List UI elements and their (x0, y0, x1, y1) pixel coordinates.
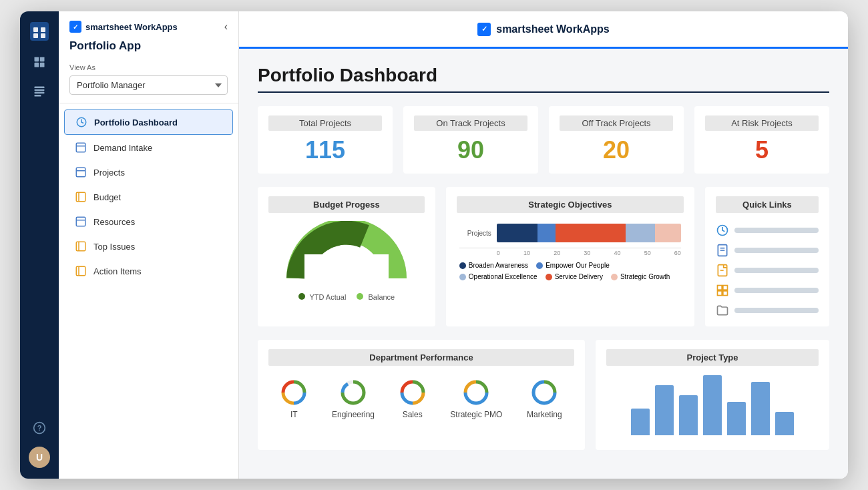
stat-label-on-track: On Track Projects (414, 115, 527, 131)
proj-bar-1 (655, 385, 674, 435)
legend-label-service: Service Delivery (555, 273, 603, 280)
sidebar-item-portfolio-dashboard[interactable]: Portfolio Dashboard (64, 109, 233, 135)
ql-bar-4 (734, 308, 819, 313)
dept-label-sales: Sales (403, 410, 423, 419)
quick-link-4[interactable] (716, 304, 819, 317)
quick-link-3[interactable] (716, 284, 819, 297)
bar-row-projects: Projects (459, 224, 681, 242)
svg-rect-38 (723, 291, 728, 296)
doc-icon (716, 244, 729, 257)
sidebar-rail: ? U (20, 11, 59, 479)
legend-operational: Operational Excellence (459, 273, 537, 280)
sidebar-item-projects[interactable]: Projects (64, 160, 233, 184)
rail-sheets-icon[interactable] (31, 83, 47, 99)
user-avatar[interactable]: U (29, 447, 50, 468)
legend-dot-strategic-growth (611, 274, 618, 280)
project-type-title: Project Type (606, 349, 819, 366)
nav-label-demand-intake: Demand Intake (93, 143, 152, 153)
svg-rect-6 (40, 57, 45, 62)
sidebar-nav: Portfolio Dashboard Demand Intake Projec… (59, 103, 238, 479)
gauge-legend: YTD Actual Balance (298, 293, 395, 301)
axis-labels: 0 10 20 30 40 50 60 (497, 250, 681, 256)
ql-bar-1 (734, 248, 819, 253)
sidebar-panel: ✓ smartsheet WorkApps ‹ Portfolio App Vi… (59, 11, 239, 479)
legend-dot-broaden (459, 262, 466, 269)
nav-label-budget: Budget (93, 192, 121, 202)
gauge-balance-legend: Balance (357, 293, 395, 301)
topbar-ss-icon: ✓ (477, 23, 491, 36)
dept-performance-title: Department Performance (268, 349, 574, 366)
balance-dot (357, 293, 363, 300)
nav-label-projects: Projects (93, 168, 125, 178)
legend-empower: Empower Our People (536, 262, 610, 269)
sidebar-collapse-button[interactable]: ‹ (224, 21, 228, 33)
view-as-select[interactable]: Portfolio Manager (69, 75, 228, 95)
svg-rect-26 (76, 266, 85, 276)
stat-value-off-track: 20 (560, 136, 673, 164)
rail-logo-icon (30, 22, 49, 41)
title-underline (258, 91, 829, 93)
legend-label-strategic-growth: Strategic Growth (620, 273, 670, 280)
sidebar-item-budget[interactable]: Budget (64, 185, 233, 209)
svg-rect-22 (76, 217, 85, 226)
dept-item-marketing: Marketing (527, 379, 562, 419)
charts-row: Budget Progess (258, 187, 829, 326)
svg-rect-9 (35, 87, 45, 89)
legend-label-broaden: Broaden Awareness (469, 262, 528, 269)
svg-rect-8 (40, 63, 45, 67)
nav-label-top-issues: Top Issues (93, 242, 135, 252)
sales-chart-icon (399, 379, 426, 406)
svg-rect-5 (35, 57, 39, 62)
svg-rect-36 (723, 286, 728, 290)
svg-text:?: ? (37, 424, 42, 432)
quick-link-2[interactable] (716, 264, 819, 277)
svg-rect-18 (76, 168, 85, 177)
sidebar-item-demand-intake[interactable]: Demand Intake (64, 136, 233, 160)
dept-icons-row: IT Engineering (268, 374, 574, 425)
bar-row-label: Projects (459, 230, 491, 237)
rail-apps-icon[interactable] (31, 54, 47, 70)
svg-rect-2 (41, 27, 45, 32)
strategic-pmo-chart-icon (463, 379, 489, 406)
sidebar-brand: ✓ smartsheet WorkApps ‹ (69, 21, 228, 33)
dept-performance-card: Department Performance IT (258, 340, 585, 450)
dept-label-engineering: Engineering (332, 410, 375, 419)
bar-empower (537, 224, 556, 242)
legend-service: Service Delivery (546, 273, 603, 280)
dept-label-strategic-pmo: Strategic PMO (450, 410, 502, 419)
proj-bar-0 (631, 409, 650, 435)
legend-strategic-growth: Strategic Growth (611, 273, 670, 280)
bottom-row: Department Performance IT (258, 340, 829, 450)
svg-rect-28 (304, 254, 389, 284)
sidebar-header: ✓ smartsheet WorkApps ‹ Portfolio App Vi… (59, 11, 238, 103)
bar-broaden (497, 224, 537, 242)
svg-rect-16 (76, 143, 85, 152)
proj-bar-4 (727, 402, 746, 435)
dept-item-sales: Sales (399, 379, 426, 419)
rail-help-icon[interactable]: ? (31, 420, 47, 436)
svg-rect-24 (76, 242, 85, 251)
view-as-label: View As (69, 63, 228, 71)
quick-link-0[interactable] (716, 224, 819, 237)
axis-line (459, 248, 681, 248)
bar-strategic (655, 224, 681, 242)
sidebar-item-action-items[interactable]: Action Items (64, 259, 233, 283)
sidebar-item-resources[interactable]: Resources (64, 210, 233, 234)
sidebar-app-title: Portfolio App (69, 39, 228, 59)
sidebar-item-top-issues[interactable]: Top Issues (64, 234, 233, 258)
svg-rect-35 (717, 286, 722, 290)
strategic-objectives-card: Strategic Objectives Projects (446, 187, 694, 326)
svg-rect-20 (76, 192, 85, 202)
bar-operational (626, 224, 655, 242)
quick-link-1[interactable] (716, 244, 819, 257)
quick-links-list (716, 221, 819, 317)
rail-bottom: ? U (29, 420, 50, 468)
svg-rect-12 (35, 95, 41, 97)
stat-label-total: Total Projects (268, 115, 382, 131)
edit-icon (716, 264, 729, 277)
legend-dot-service (546, 274, 552, 280)
quick-links-card: Quick Links (705, 187, 829, 326)
nav-label-portfolio-dashboard: Portfolio Dashboard (94, 117, 178, 128)
legend-dot-operational (459, 274, 466, 280)
stat-card-on-track: On Track Projects 90 (403, 106, 538, 174)
